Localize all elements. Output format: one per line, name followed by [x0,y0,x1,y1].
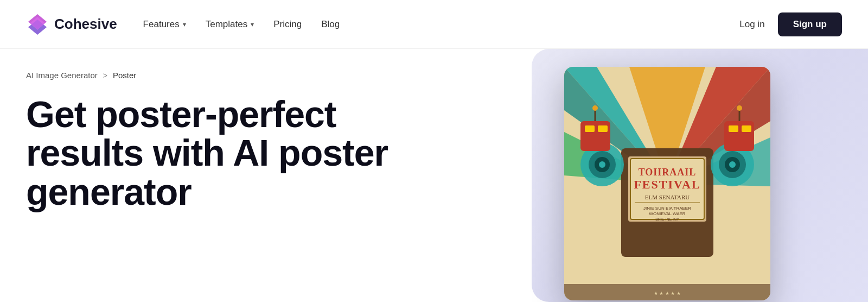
pricing-link[interactable]: Pricing [273,19,302,30]
svg-rect-35 [729,125,738,132]
pricing-label: Pricing [273,19,302,30]
svg-text:WONIEVAL WAER: WONIEVAL WAER [649,211,685,216]
svg-point-33 [592,105,598,111]
breadcrumb-separator-icon: > [103,71,107,80]
templates-menu[interactable]: Templates ▾ [206,19,254,30]
svg-text:ELM SENATARU: ELM SENATARU [645,194,690,200]
features-label: Features [143,19,180,30]
svg-point-28 [729,161,736,168]
templates-chevron-icon: ▾ [251,21,254,28]
svg-point-24 [599,161,605,168]
breadcrumb-current: Poster [113,71,136,80]
hero-heading-line3: generator [26,171,192,212]
hero-heading-line1: Get poster-perfect [26,93,336,135]
svg-rect-30 [585,125,595,132]
svg-rect-36 [742,125,751,132]
svg-rect-31 [598,125,608,132]
breadcrumb: AI Image Generator > Poster [26,71,406,80]
logo-text: Cohesive [54,16,117,33]
poster-container: TOIIRAAIL FESTIVAL ELM SENATARU JINIE SU… [564,67,770,300]
logo-icon [26,13,49,36]
logo-link[interactable]: Cohesive [26,13,117,36]
nav-actions: Log in Sign up [739,12,842,36]
blog-label: Blog [321,19,340,30]
navbar: Cohesive Features ▾ Templates ▾ Pricing … [0,0,868,49]
features-chevron-icon: ▾ [183,21,186,28]
breadcrumb-parent-link[interactable]: AI Image Generator [26,71,98,80]
svg-point-38 [737,105,742,111]
svg-text:BRIE INE INY: BRIE INE INY [655,217,679,221]
features-menu[interactable]: Features ▾ [143,19,186,30]
poster-image: TOIIRAAIL FESTIVAL ELM SENATARU JINIE SU… [564,67,770,300]
nav-links: Features ▾ Templates ▾ Pricing Blog [143,19,740,30]
login-button[interactable]: Log in [739,19,764,30]
hero-heading: Get poster-perfect results with AI poste… [26,95,406,211]
blog-link[interactable]: Blog [321,19,340,30]
main-content: AI Image Generator > Poster Get poster-p… [0,49,868,302]
svg-text:★ ★ ★ ★ ★: ★ ★ ★ ★ ★ [654,291,681,296]
templates-label: Templates [206,19,247,30]
left-section: AI Image Generator > Poster Get poster-p… [26,65,406,211]
svg-text:FESTIVAL: FESTIVAL [634,178,700,191]
right-section: TOIIRAAIL FESTIVAL ELM SENATARU JINIE SU… [499,49,868,302]
poster-svg: TOIIRAAIL FESTIVAL ELM SENATARU JINIE SU… [564,67,770,300]
hero-heading-line2: results with AI poster [26,132,388,173]
signup-button[interactable]: Sign up [778,12,842,36]
svg-text:TOIIRAAIL: TOIIRAAIL [639,167,697,178]
svg-text:JINIE SUN EIA TRAEER: JINIE SUN EIA TRAEER [643,206,691,211]
